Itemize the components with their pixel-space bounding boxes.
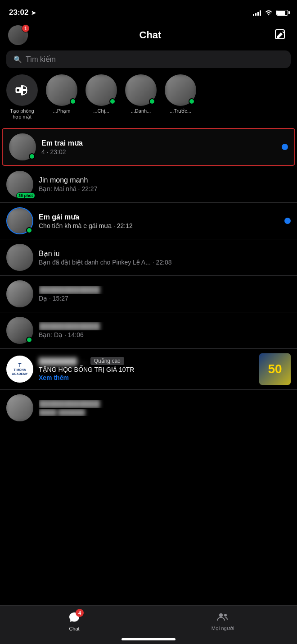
search-icon: 🔍 — [14, 55, 22, 64]
search-placeholder: Tìm kiếm — [26, 55, 56, 64]
wifi-icon — [265, 9, 273, 17]
svg-rect-6 — [18, 89, 18, 91]
story-item-3[interactable]: ...Trước... — [165, 74, 196, 114]
create-room-item[interactable]: Tạo phòng họp mặt — [6, 74, 38, 120]
status-icons — [253, 9, 288, 17]
chat-avatar-5 — [6, 317, 33, 344]
chat-item-0[interactable]: Em trai mưa 4 · 23:02 — [2, 128, 295, 166]
signal-bars-icon — [253, 9, 261, 16]
ad-name-blurred: ████████ -... — [39, 357, 87, 365]
chat-info-6: ████████████ ████ ██████ — [39, 400, 291, 416]
online-dot-2 — [26, 227, 32, 233]
chat-name-0: Em trai mưa — [41, 139, 276, 147]
online-indicator — [149, 98, 155, 105]
profile-avatar[interactable]: 1 — [8, 25, 28, 45]
ad-text: TẶNG HỌC BỔNG TRỊ GIÁ 10TR — [39, 366, 254, 373]
chat-item-6[interactable]: ████████████ ████ ██████ — [0, 390, 297, 426]
svg-point-8 — [224, 614, 227, 617]
ad-badge: Quảng cáo — [90, 357, 124, 365]
chat-preview-4: Dạ · 15:27 — [39, 295, 291, 302]
chat-name-6: ████████████ — [39, 400, 291, 408]
chat-name-5: ████████████ — [39, 322, 291, 330]
ad-item[interactable]: T TIMONA ACADEMY ████████ -... Quảng cáo… — [0, 349, 297, 389]
story-label-1: ...Chị... — [93, 108, 109, 114]
online-dot-5 — [26, 337, 32, 343]
chat-name-1: Jin mong manh — [39, 176, 291, 184]
ad-info: ████████ -... Quảng cáo TẶNG HỌC BỔNG TR… — [39, 357, 254, 381]
chat-preview-5: Bạn: Dạ · 14:06 — [39, 331, 291, 338]
online-indicator — [109, 98, 116, 105]
chat-info-4: ████████████ Dạ · 15:27 — [39, 286, 291, 302]
home-indicator — [122, 638, 176, 640]
online-indicator — [189, 98, 195, 105]
compose-button[interactable] — [273, 27, 289, 43]
chat-name-2: Em gái mưa — [39, 213, 279, 221]
chat-info-5: ████████████ Bạn: Dạ · 14:06 — [39, 322, 291, 338]
chat-item-4[interactable]: ████████████ Dạ · 15:27 — [0, 276, 297, 312]
battery-icon — [276, 10, 288, 16]
create-room-button[interactable] — [6, 74, 38, 106]
status-time: 23:02 ➤ — [9, 8, 36, 17]
chat-list: Em trai mưa 4 · 23:02 36 phút Jin mong m… — [0, 128, 297, 426]
chat-item-3[interactable]: Bạn iu Bạn đã đặt biệt danh cho Pinkey L… — [0, 239, 297, 275]
profile-badge: 1 — [22, 24, 30, 32]
chat-avatar-6 — [6, 394, 33, 421]
header: 1 Chat — [0, 23, 297, 50]
chat-item-2[interactable]: Em gái mưa Cho tiền kh mà e gái mưa · 22… — [0, 203, 297, 239]
chat-nav-label: Chat — [69, 626, 79, 631]
online-timer-1: 36 phút — [16, 192, 35, 199]
svg-point-7 — [219, 613, 223, 617]
story-item-0[interactable]: ...Phạm — [46, 74, 77, 114]
story-item-2[interactable]: ...Đanh... — [125, 74, 157, 114]
chat-nav-icon-wrap: 4 — [68, 611, 81, 624]
page-title: Chat — [140, 29, 162, 41]
chat-preview-6: ████ ██████ — [39, 409, 291, 416]
chat-info-0: Em trai mưa 4 · 23:02 — [41, 139, 276, 155]
chat-avatar-4 — [6, 280, 33, 307]
chat-avatar-2 — [6, 207, 33, 234]
chat-preview-1: Bạn: Mai nhá · 22:27 — [39, 185, 291, 192]
chat-preview-2: Cho tiền kh mà e gái mưa · 22:12 — [39, 222, 279, 229]
nav-chat[interactable]: 4 Chat — [0, 611, 148, 631]
story-item-1[interactable]: ...Chị... — [86, 74, 117, 114]
chat-name-4: ████████████ — [39, 286, 291, 294]
online-indicator — [70, 98, 76, 105]
chat-avatar-0 — [9, 133, 36, 160]
people-nav-icon-wrap — [216, 610, 230, 624]
status-bar: 23:02 ➤ — [0, 0, 297, 23]
chat-badge: 4 — [76, 609, 84, 617]
chat-info-1: Jin mong manh Bạn: Mai nhá · 22:27 — [39, 176, 291, 192]
chat-preview-3: Bạn đã đặt biệt danh cho Pinkey Lê A... … — [39, 259, 291, 266]
chat-name-3: Bạn iu — [39, 249, 291, 258]
chat-info-2: Em gái mưa Cho tiền kh mà e gái mưa · 22… — [39, 213, 279, 229]
story-label-2: ...Đanh... — [131, 108, 151, 114]
nav-people[interactable]: Mọi người — [148, 610, 297, 631]
ad-name-row: ████████ -... Quảng cáo — [39, 357, 254, 365]
ad-link[interactable]: Xem thêm — [39, 374, 254, 381]
search-bar[interactable]: 🔍 Tìm kiếm — [6, 50, 291, 68]
chat-preview-0: 4 · 23:02 — [41, 148, 276, 155]
chat-info-3: Bạn iu Bạn đã đặt biệt danh cho Pinkey L… — [39, 249, 291, 266]
online-dot-0 — [29, 153, 35, 160]
story-label-0: ...Phạm — [53, 108, 71, 114]
stories-row: Tạo phòng họp mặt ...Phạm ...Chị... ...Đ… — [0, 74, 297, 128]
unread-dot-0 — [282, 144, 288, 150]
unread-dot-2 — [284, 218, 291, 224]
ad-logo: T TIMONA ACADEMY — [6, 356, 33, 383]
people-nav-label: Mọi người — [212, 626, 234, 631]
chat-item-5[interactable]: ████████████ Bạn: Dạ · 14:06 — [0, 312, 297, 348]
story-label-3: ...Trước... — [170, 108, 191, 114]
chat-item-1[interactable]: 36 phút Jin mong manh Bạn: Mai nhá · 22:… — [0, 166, 297, 202]
create-room-label: Tạo phòng họp mặt — [6, 108, 38, 120]
chat-avatar-1: 36 phút — [6, 171, 33, 198]
chat-avatar-3 — [6, 244, 33, 271]
location-icon: ➤ — [31, 9, 36, 16]
ad-image: 50 — [259, 353, 291, 385]
